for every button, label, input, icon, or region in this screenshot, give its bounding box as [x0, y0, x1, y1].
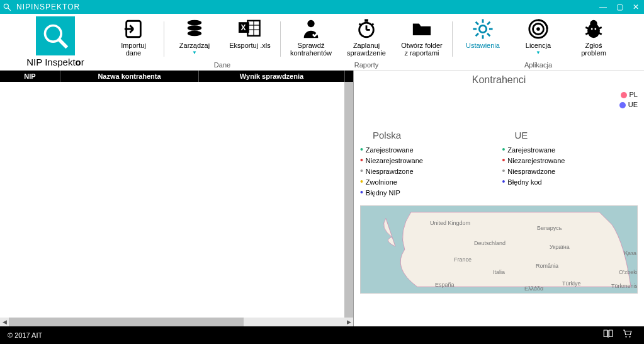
import-icon	[106, 18, 161, 40]
copyright: © 2017 AIT	[8, 331, 42, 339]
toolbar-button-label: Importujdane	[106, 42, 161, 57]
legend-item: Zarejestrowane	[502, 144, 638, 155]
minimize-button[interactable]: —	[595, 3, 611, 11]
toolbar: NIP Inspektor ImportujdaneZarządzaj▼XEks…	[0, 14, 644, 71]
map-country-label: România	[536, 263, 558, 269]
map-country-label: Türkmenistan	[611, 283, 638, 289]
map-country-label: Ελλάδα	[524, 285, 543, 292]
svg-line-1	[8, 8, 11, 11]
legend-group-title: UE	[515, 130, 638, 140]
app-logo: NIP Inspektor	[5, 16, 106, 67]
map-country-label: Қаза	[624, 250, 636, 256]
toolbar-button-label: Licencja	[511, 42, 566, 49]
legends: PolskaZarejestrowaneNiezarejestrowaneNie…	[360, 130, 638, 198]
svg-line-29	[487, 22, 490, 25]
grid-body[interactable]	[0, 82, 344, 318]
close-button[interactable]: ✕	[628, 3, 644, 11]
scroll-left-icon[interactable]: ◀	[0, 319, 9, 325]
grid-column-header[interactable]: Nazwa kontrahenta	[60, 71, 199, 82]
map-country-label: Беларусь	[537, 225, 562, 231]
svg-point-44	[629, 336, 630, 337]
svg-line-19	[359, 24, 361, 26]
toolbar-group-label: Dane	[167, 61, 278, 70]
scroll-right-icon[interactable]: ▶	[344, 319, 353, 325]
grid-column-header[interactable]: Wynik sprawdzenia	[199, 71, 345, 82]
title-bar: NIPINSPEKTOR — ▢ ✕	[0, 0, 644, 14]
left-pane: NIPNazwa kontrahentaWynik sprawdzenia ◀ …	[0, 71, 354, 326]
legend-dot-icon	[619, 102, 626, 108]
svg-line-27	[487, 33, 490, 36]
legend-label: Niezarejestrowane	[366, 157, 423, 164]
svg-point-32	[536, 27, 540, 31]
toolbar-import-button[interactable]: Importujdane	[106, 16, 161, 57]
legend-item: Błędny kod	[502, 176, 638, 187]
svg-point-14	[307, 20, 314, 27]
toolbar-button-label: Eksportuj .xls	[222, 42, 278, 49]
content-area: NIPNazwa kontrahentaWynik sprawdzenia ◀ …	[0, 71, 644, 326]
app-icon	[0, 3, 14, 11]
legend-label: Zarejestrowane	[507, 146, 555, 154]
legend-item: Niesprawdzone	[360, 166, 496, 176]
toolbar-button-label: Zgłośproblem	[566, 42, 621, 57]
legend-item: PL	[360, 89, 638, 100]
toolbar-bug-button[interactable]: Zgłośproblem	[566, 16, 621, 57]
manage-icon	[167, 18, 222, 40]
legend-label: UE	[628, 101, 638, 108]
magnifier-icon	[36, 16, 75, 55]
toolbar-export-button[interactable]: XEksportuj .xls	[222, 16, 278, 49]
bug-icon	[566, 18, 621, 40]
export-icon: X	[222, 18, 278, 40]
svg-point-2	[45, 26, 62, 42]
svg-point-7	[188, 31, 202, 37]
legend-label: Niezarejestrowane	[507, 157, 565, 164]
map-country-label: Україна	[550, 244, 570, 250]
settings-icon	[455, 18, 511, 40]
right-title: Kontrahenci	[360, 74, 638, 86]
legend-group: UEZarejestrowaneNiezarejestrowaneNiespra…	[502, 130, 638, 198]
footer: © 2017 AIT	[0, 326, 644, 344]
grid-column-header[interactable]: NIP	[0, 71, 60, 82]
legend-item: Niezarejestrowane	[360, 155, 496, 166]
svg-point-43	[625, 336, 626, 337]
license-icon	[511, 18, 566, 40]
horizontal-scrollbar[interactable]: ◀ ▶	[0, 318, 353, 326]
toolbar-settings-button[interactable]: Ustawienia	[455, 16, 511, 49]
chevron-down-icon: ▼	[511, 50, 566, 55]
map-country-label: France	[454, 256, 472, 263]
map-svg	[361, 206, 637, 293]
svg-point-6	[188, 25, 202, 31]
map-country-label: United Kingdom	[430, 220, 470, 226]
book-icon[interactable]	[599, 328, 618, 342]
legend-item: Zarejestrowane	[360, 144, 496, 155]
legend-label: Niesprawdzone	[507, 168, 555, 175]
map-country-label: España	[435, 282, 455, 288]
legend-label: Zarejestrowane	[366, 146, 414, 154]
toolbar-check-button[interactable]: Sprawdźkontrahentów	[283, 16, 339, 57]
legend-top: PLUE	[360, 89, 638, 110]
right-pane: Kontrahenci PLUE PolskaZarejestrowaneNie…	[354, 71, 644, 326]
vertical-scrollbar[interactable]	[344, 82, 353, 318]
legend-item: Zwolnione	[360, 176, 496, 187]
toolbar-openfolder-button[interactable]: Otwórz folderz raportami	[394, 16, 449, 57]
cart-icon[interactable]	[618, 328, 636, 342]
legend-label: Zwolnione	[366, 178, 397, 186]
map-country-label: O'zbekistor	[619, 269, 638, 275]
legend-item: Niezarejestrowane	[502, 155, 638, 166]
data-grid[interactable]: NIPNazwa kontrahentaWynik sprawdzenia ◀ …	[0, 71, 353, 326]
map[interactable]: United KingdomDeutschlandFranceEspañaIta…	[360, 205, 638, 294]
svg-line-28	[476, 33, 478, 36]
legend-dot-icon	[621, 92, 627, 98]
legend-item: Niesprawdzone	[502, 166, 638, 176]
schedule-icon	[339, 18, 394, 40]
toolbar-button-label: Zarządzaj	[167, 42, 222, 49]
svg-line-3	[59, 40, 67, 48]
legend-label: PL	[630, 91, 638, 98]
toolbar-license-button[interactable]: Licencja▼	[511, 16, 566, 55]
toolbar-manage-button[interactable]: Zarządzaj▼	[167, 16, 222, 55]
toolbar-schedule-button[interactable]: Zaplanujsprawdzenie	[339, 16, 394, 57]
toolbar-button-label: Sprawdźkontrahentów	[283, 42, 339, 57]
maximize-button[interactable]: ▢	[611, 3, 628, 11]
legend-label: Niesprawdzone	[366, 168, 414, 175]
svg-point-40	[594, 28, 596, 30]
legend-item: Błędny NIP	[360, 187, 496, 198]
